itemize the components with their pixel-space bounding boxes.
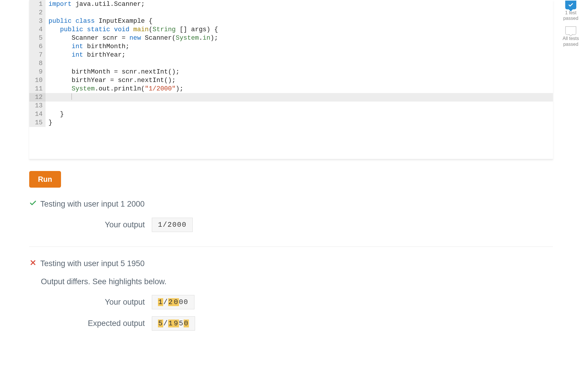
code-content[interactable]: int birthMonth; bbox=[46, 42, 553, 51]
code-content[interactable]: import java.util.Scanner; bbox=[46, 0, 553, 8]
code-line[interactable]: 10 birthYear = scnr.nextInt(); bbox=[29, 76, 553, 85]
output-label: Your output bbox=[41, 298, 152, 307]
code-line[interactable]: 1import java.util.Scanner; bbox=[29, 0, 553, 8]
code-content[interactable]: int birthYear; bbox=[46, 51, 553, 59]
output-row: Your output1/2000 bbox=[41, 295, 588, 309]
status-sidebar: 1 test passed All tests passed bbox=[561, 1, 581, 47]
code-content[interactable]: birthYear = scnr.nextInt(); bbox=[46, 76, 553, 85]
output-row: Your output1/2000 bbox=[41, 218, 588, 232]
line-number: 3 bbox=[29, 17, 46, 25]
output-label: Your output bbox=[41, 220, 152, 229]
code-line[interactable]: 3public class InputExample { bbox=[29, 17, 553, 25]
code-line[interactable]: 13 bbox=[29, 102, 553, 110]
code-content[interactable]: } bbox=[46, 110, 553, 118]
run-button[interactable]: Run bbox=[29, 171, 61, 188]
code-line[interactable]: 12 bbox=[29, 93, 553, 102]
output-value: 5/1950 bbox=[152, 316, 195, 331]
output-value: 1/2000 bbox=[152, 218, 193, 232]
test-header: Testing with user input 1 2000 bbox=[29, 199, 588, 209]
code-line[interactable]: 2 bbox=[29, 8, 553, 17]
badge-label: All tests passed bbox=[561, 36, 581, 47]
test-result-fail: Testing with user input 5 1950Output dif… bbox=[29, 259, 588, 331]
cursor bbox=[72, 93, 72, 100]
line-number: 1 bbox=[29, 0, 46, 8]
check-badge-icon bbox=[565, 1, 576, 9]
code-line[interactable]: 4 public static void main(String [] args… bbox=[29, 25, 553, 34]
code-content[interactable]: birthMonth = scnr.nextInt(); bbox=[46, 68, 553, 76]
line-number: 9 bbox=[29, 68, 46, 76]
line-number: 7 bbox=[29, 51, 46, 59]
all-tests-badge: All tests passed bbox=[561, 26, 581, 47]
output-label: Expected output bbox=[41, 319, 152, 328]
line-number: 2 bbox=[29, 8, 46, 17]
badge-outline-icon bbox=[565, 26, 576, 35]
code-content[interactable]: public class InputExample { bbox=[46, 17, 553, 25]
line-number: 10 bbox=[29, 76, 46, 85]
line-number: 12 bbox=[29, 93, 46, 102]
line-number: 13 bbox=[29, 102, 46, 110]
line-number: 6 bbox=[29, 42, 46, 51]
line-number: 8 bbox=[29, 59, 46, 68]
test-passed-badge: 1 test passed bbox=[561, 1, 581, 21]
code-line[interactable]: 5 Scanner scnr = new Scanner(System.in); bbox=[29, 34, 553, 42]
line-number: 11 bbox=[29, 85, 46, 93]
cross-icon bbox=[29, 259, 37, 268]
output-value: 1/2000 bbox=[152, 295, 194, 309]
test-title: Testing with user input 5 1950 bbox=[40, 259, 145, 268]
code-content[interactable] bbox=[46, 59, 553, 68]
line-number: 15 bbox=[29, 118, 46, 127]
line-number: 5 bbox=[29, 34, 46, 42]
badge-label: 1 test passed bbox=[561, 10, 581, 21]
code-line[interactable]: 7 int birthYear; bbox=[29, 51, 553, 59]
code-content[interactable]: Scanner scnr = new Scanner(System.in); bbox=[46, 34, 553, 42]
code-line[interactable]: 11 System.out.println("1/2000"); bbox=[29, 85, 553, 93]
code-line[interactable]: 14 } bbox=[29, 110, 553, 118]
code-line[interactable]: 15} bbox=[29, 118, 553, 127]
code-content[interactable]: } bbox=[46, 118, 553, 127]
code-line[interactable]: 6 int birthMonth; bbox=[29, 42, 553, 51]
code-editor[interactable]: 1import java.util.Scanner;23public class… bbox=[29, 0, 553, 159]
check-icon bbox=[29, 199, 37, 209]
line-number: 4 bbox=[29, 25, 46, 34]
diff-message: Output differs. See highlights below. bbox=[41, 277, 588, 286]
code-line[interactable]: 9 birthMonth = scnr.nextInt(); bbox=[29, 68, 553, 76]
code-content[interactable] bbox=[46, 8, 553, 17]
test-title: Testing with user input 1 2000 bbox=[40, 200, 145, 209]
code-line[interactable]: 8 bbox=[29, 59, 553, 68]
code-content[interactable] bbox=[46, 93, 553, 102]
test-result-pass: Testing with user input 1 2000Your outpu… bbox=[29, 199, 588, 232]
test-header: Testing with user input 5 1950 bbox=[29, 259, 588, 268]
output-row: Expected output5/1950 bbox=[41, 316, 588, 331]
code-content[interactable]: public static void main(String [] args) … bbox=[46, 25, 553, 34]
code-content[interactable] bbox=[46, 102, 553, 110]
code-content[interactable]: System.out.println("1/2000"); bbox=[46, 85, 553, 93]
line-number: 14 bbox=[29, 110, 46, 118]
